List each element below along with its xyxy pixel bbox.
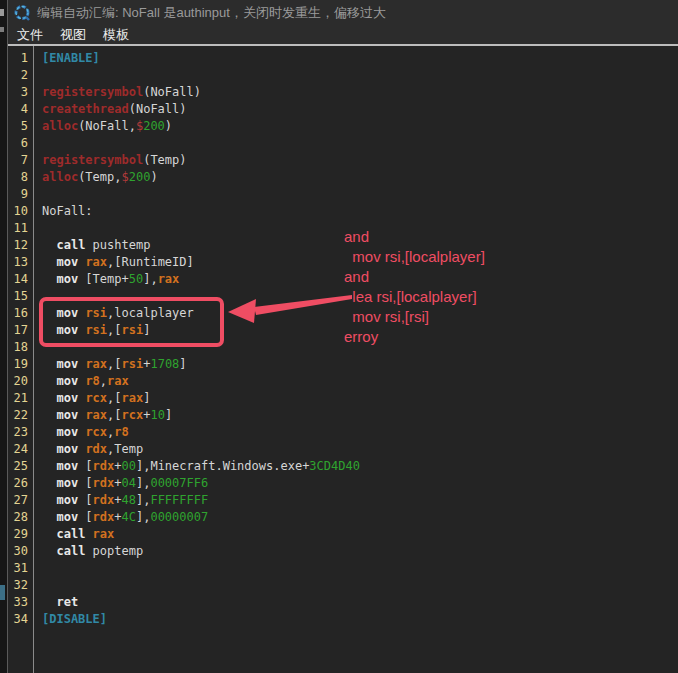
- line-number: 29: [8, 526, 33, 543]
- code-line[interactable]: 31: [8, 560, 678, 577]
- line-number: 20: [8, 373, 33, 390]
- code-text: mov rsi,localplayer: [33, 305, 194, 322]
- code-text: registersymbol(NoFall): [33, 84, 201, 101]
- line-number: 11: [8, 220, 33, 237]
- code-line[interactable]: 30 call poptemp: [8, 543, 678, 560]
- code-text: [33, 220, 42, 237]
- line-number: 15: [8, 288, 33, 305]
- code-text: [33, 135, 42, 152]
- code-line[interactable]: 7registersymbol(Temp): [8, 152, 678, 169]
- code-line[interactable]: 25 mov [rdx+00],Minecraft.Windows.exe+3C…: [8, 458, 678, 475]
- code-line[interactable]: 17 mov rsi,[rsi]: [8, 322, 678, 339]
- code-text: mov r8,rax: [33, 373, 129, 390]
- code-line[interactable]: 19 mov rax,[rsi+1708]: [8, 356, 678, 373]
- code-line[interactable]: 26 mov [rdx+04],00007FF6: [8, 475, 678, 492]
- code-line[interactable]: 9: [8, 186, 678, 203]
- background-window-mark: [0, 585, 5, 600]
- line-number: 27: [8, 492, 33, 509]
- code-text: NoFall:: [33, 203, 93, 220]
- code-line[interactable]: 32: [8, 577, 678, 594]
- code-line[interactable]: 23 mov rcx,r8: [8, 424, 678, 441]
- code-text: call poptemp: [33, 543, 143, 560]
- auto-assemble-window: 编辑自动汇编: NoFall 是authinput，关闭时发重生，偏移过大 文件…: [7, 0, 678, 673]
- code-line[interactable]: 13 mov rax,[RuntimeID]: [8, 254, 678, 271]
- screen: 编辑自动汇编: NoFall 是authinput，关闭时发重生，偏移过大 文件…: [0, 0, 678, 673]
- code-line[interactable]: 34[DISABLE]: [8, 611, 678, 628]
- code-line[interactable]: 6: [8, 135, 678, 152]
- code-editor[interactable]: 1[ENABLE]23registersymbol(NoFall)4create…: [8, 46, 678, 673]
- line-number: 5: [8, 118, 33, 135]
- code-line[interactable]: 12 call pushtemp: [8, 237, 678, 254]
- code-line[interactable]: 18: [8, 339, 678, 356]
- code-text: mov [Temp+50],rax: [33, 271, 179, 288]
- line-number: 2: [8, 67, 33, 84]
- code-line[interactable]: 20 mov r8,rax: [8, 373, 678, 390]
- code-text: mov rax,[rcx+10]: [33, 407, 172, 424]
- code-text: mov rcx,[rax]: [33, 390, 150, 407]
- line-number: 22: [8, 407, 33, 424]
- code-line[interactable]: 28 mov [rdx+4C],00000007: [8, 509, 678, 526]
- code-line[interactable]: 22 mov rax,[rcx+10]: [8, 407, 678, 424]
- line-number: 33: [8, 594, 33, 611]
- line-number: 6: [8, 135, 33, 152]
- window-title: 编辑自动汇编: NoFall 是authinput，关闭时发重生，偏移过大: [37, 4, 386, 22]
- menu-template[interactable]: 模板: [103, 26, 129, 44]
- code-line[interactable]: 8alloc(Temp,$200): [8, 169, 678, 186]
- line-number: 25: [8, 458, 33, 475]
- code-text: mov rax,[RuntimeID]: [33, 254, 194, 271]
- code-text: [ENABLE]: [33, 50, 100, 67]
- code-text: [33, 288, 42, 305]
- line-number: 30: [8, 543, 33, 560]
- code-line[interactable]: 2: [8, 67, 678, 84]
- code-text: alloc(NoFall,$200): [33, 118, 172, 135]
- line-number: 28: [8, 509, 33, 526]
- cheat-engine-icon: [13, 4, 31, 22]
- line-number: 10: [8, 203, 33, 220]
- line-number: 1: [8, 50, 33, 67]
- code-text: [33, 186, 42, 203]
- code-text: call pushtemp: [33, 237, 150, 254]
- code-text: createthread(NoFall): [33, 101, 187, 118]
- line-number: 24: [8, 441, 33, 458]
- line-number: 8: [8, 169, 33, 186]
- code-text: mov rdx,Temp: [33, 441, 143, 458]
- code-line[interactable]: 5alloc(NoFall,$200): [8, 118, 678, 135]
- line-number: 21: [8, 390, 33, 407]
- code-text: mov rcx,r8: [33, 424, 129, 441]
- code-text: mov [rdx+48],FFFFFFFF: [33, 492, 208, 509]
- code-line[interactable]: 15: [8, 288, 678, 305]
- line-number: 13: [8, 254, 33, 271]
- line-number: 4: [8, 101, 33, 118]
- code-line[interactable]: 14 mov [Temp+50],rax: [8, 271, 678, 288]
- code-line[interactable]: 33 ret: [8, 594, 678, 611]
- code-line[interactable]: 16 mov rsi,localplayer: [8, 305, 678, 322]
- menu-view[interactable]: 视图: [60, 26, 86, 44]
- code-text: mov [rdx+00],Minecraft.Windows.exe+3CD4D…: [33, 458, 360, 475]
- code-line[interactable]: 4createthread(NoFall): [8, 101, 678, 118]
- code-text: ret: [33, 594, 78, 611]
- line-number: 34: [8, 611, 33, 628]
- line-number: 14: [8, 271, 33, 288]
- code-text: [33, 577, 42, 594]
- code-line[interactable]: 29 call rax: [8, 526, 678, 543]
- code-line[interactable]: 21 mov rcx,[rax]: [8, 390, 678, 407]
- menu-bar: 文件 视图 模板: [8, 26, 678, 46]
- code-text: mov [rdx+04],00007FF6: [33, 475, 208, 492]
- line-number: 17: [8, 322, 33, 339]
- background-window-mark: [0, 27, 4, 32]
- line-number: 12: [8, 237, 33, 254]
- gutter-separator: [33, 46, 34, 673]
- menu-file[interactable]: 文件: [17, 26, 43, 44]
- code-line[interactable]: 3registersymbol(NoFall): [8, 84, 678, 101]
- code-line[interactable]: 11: [8, 220, 678, 237]
- line-number: 31: [8, 560, 33, 577]
- code-text: alloc(Temp,$200): [33, 169, 158, 186]
- code-text: mov rsi,[rsi]: [33, 322, 150, 339]
- title-bar: 编辑自动汇编: NoFall 是authinput，关闭时发重生，偏移过大: [8, 0, 678, 26]
- code-line[interactable]: 27 mov [rdx+48],FFFFFFFF: [8, 492, 678, 509]
- code-line[interactable]: 24 mov rdx,Temp: [8, 441, 678, 458]
- line-number: 19: [8, 356, 33, 373]
- background-window-mark: [0, 9, 4, 16]
- code-line[interactable]: 10NoFall:: [8, 203, 678, 220]
- code-line[interactable]: 1[ENABLE]: [8, 50, 678, 67]
